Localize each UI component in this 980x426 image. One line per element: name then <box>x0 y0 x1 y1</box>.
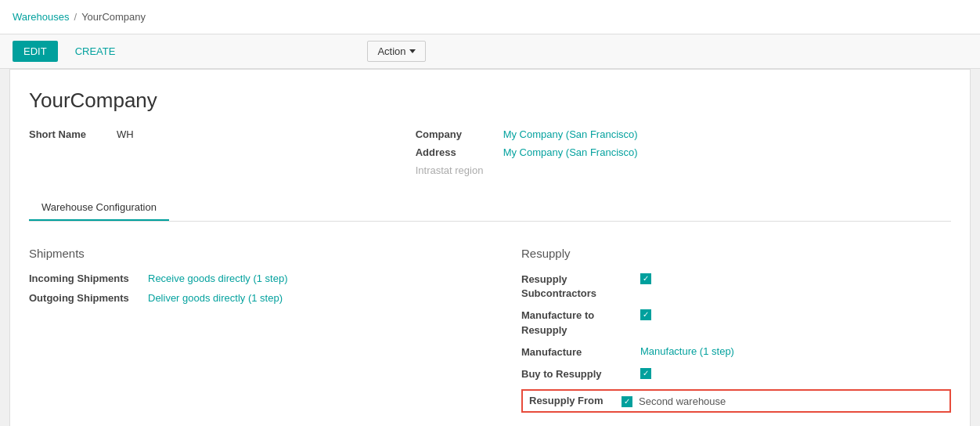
form-section: YourCompany Short Name WH Company My Com… <box>9 69 971 426</box>
intrastat-label: Intrastat region <box>416 164 494 176</box>
resupply-from-label: Resupply From <box>529 394 615 408</box>
resupply-subcontractors-checkbox[interactable] <box>640 273 651 284</box>
fields-left: Short Name WH <box>29 128 134 176</box>
resupply-subcontractors-row: ResupplySubcontractors <box>521 273 951 301</box>
incoming-label: Incoming Shipments <box>29 273 139 284</box>
shipments-section: Shipments Incoming Shipments Receive goo… <box>29 247 459 413</box>
outgoing-label: Outgoing Shipments <box>29 292 139 304</box>
address-value[interactable]: My Company (San Francisco) <box>503 146 638 158</box>
record-title: YourCompany <box>29 88 951 113</box>
manufacture-value[interactable]: Manufacture (1 step) <box>640 345 734 357</box>
incoming-shipments-row: Incoming Shipments Receive goods directl… <box>29 273 459 284</box>
buy-resupply-row: Buy to Resupply <box>521 367 951 381</box>
outgoing-shipments-row: Outgoing Shipments Deliver goods directl… <box>29 292 459 304</box>
top-bar: Warehouses / YourCompany <box>0 0 980 34</box>
company-field: Company My Company (San Francisco) <box>416 128 638 140</box>
manufacture-resupply-row: Manufacture toResupply <box>521 309 951 337</box>
toolbar: EDIT CREATE Action <box>0 34 980 69</box>
breadcrumb-parent[interactable]: Warehouses <box>13 11 70 23</box>
short-name-value: WH <box>117 128 134 140</box>
breadcrumb: Warehouses / YourCompany <box>13 11 146 23</box>
action-button[interactable]: Action <box>367 41 425 62</box>
incoming-value[interactable]: Receive goods directly (1 step) <box>148 273 287 284</box>
manufacture-row: Manufacture Manufacture (1 step) <box>521 345 951 359</box>
chevron-down-icon <box>409 49 416 53</box>
shipments-title: Shipments <box>29 247 459 260</box>
tab-content: Shipments Incoming Shipments Receive goo… <box>29 240 951 419</box>
manufacture-resupply-label: Manufacture toResupply <box>521 309 631 337</box>
resupply-title: Resupply <box>521 247 951 260</box>
outgoing-value[interactable]: Deliver goods directly (1 step) <box>148 292 283 304</box>
resupply-from-row: Resupply From Second warehouse <box>521 389 951 413</box>
tab-warehouse-config[interactable]: Warehouse Configuration <box>29 195 169 221</box>
company-value[interactable]: My Company (San Francisco) <box>503 128 638 140</box>
resupply-from-value: Second warehouse <box>639 395 726 407</box>
short-name-field: Short Name WH <box>29 128 134 140</box>
breadcrumb-separator: / <box>74 11 77 23</box>
short-name-label: Short Name <box>29 128 107 140</box>
resupply-from-checkbox[interactable] <box>622 396 632 407</box>
breadcrumb-current: YourCompany <box>81 11 146 23</box>
fields-right: Company My Company (San Francisco) Addre… <box>416 128 638 176</box>
edit-button[interactable]: EDIT <box>13 41 58 62</box>
company-label: Company <box>416 128 494 140</box>
fields-row: Short Name WH Company My Company (San Fr… <box>29 128 951 176</box>
buy-resupply-checkbox[interactable] <box>640 368 651 379</box>
create-button[interactable]: CREATE <box>64 41 127 62</box>
resupply-subcontractors-label: ResupplySubcontractors <box>521 273 631 301</box>
manufacture-resupply-checkbox[interactable] <box>640 309 651 320</box>
tabs-container: Warehouse Configuration <box>29 195 951 222</box>
intrastat-field: Intrastat region <box>416 164 638 176</box>
address-label: Address <box>416 146 494 158</box>
resupply-section: Resupply ResupplySubcontractors Manufact… <box>521 247 951 413</box>
manufacture-label: Manufacture <box>521 345 631 359</box>
address-field: Address My Company (San Francisco) <box>416 146 638 158</box>
buy-resupply-label: Buy to Resupply <box>521 367 631 381</box>
action-label: Action <box>377 45 405 57</box>
